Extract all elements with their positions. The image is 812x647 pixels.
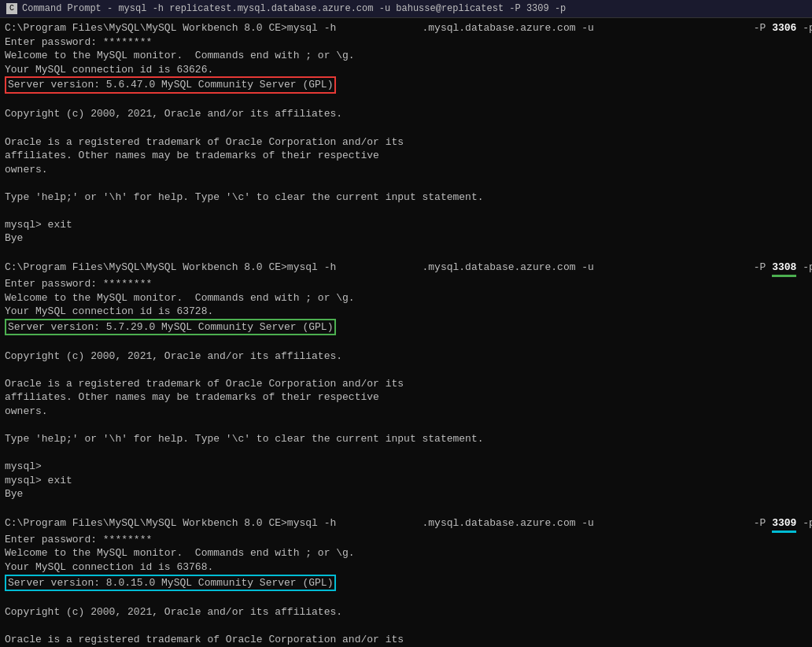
server-version-3: Server version: 8.0.15.0 MySQL Community…	[5, 575, 807, 592]
welcome-line-2: Welcome to the MySQL monitor. Commands e…	[5, 291, 807, 305]
blank-4	[5, 204, 807, 218]
exit-line-2: mysql> exit	[5, 474, 807, 488]
password-line-3: Enter password: ********	[5, 533, 807, 547]
blank-5	[5, 246, 807, 260]
help-line-2: Type 'help;' or '\h' for help. Type '\c'…	[5, 432, 807, 446]
trademark-1b: affiliates. Other names may be trademark…	[5, 149, 807, 163]
title-bar-icon: C	[6, 3, 17, 14]
command-line-1: C:\Program Files\MySQL\MySQL Workbench 8…	[5, 21, 807, 35]
title-bar-text: Command Prompt - mysql -h replicatest.my…	[22, 2, 566, 15]
bye-line-2: Bye	[5, 487, 807, 501]
terminal-body: C:\Program Files\MySQL\MySQL Workbench 8…	[0, 18, 812, 647]
blank-9	[5, 446, 807, 460]
copyright-3: Copyright (c) 2000, 2021, Oracle and/or …	[5, 605, 807, 619]
blank-1	[5, 94, 807, 108]
connection-id-1: Your MySQL connection id is 63626.	[5, 63, 807, 77]
command-line-3: C:\Program Files\MySQL\MySQL Workbench 8…	[5, 516, 807, 533]
mysql-prompt-2: mysql>	[5, 460, 807, 474]
help-line-1: Type 'help;' or '\h' for help. Type '\c'…	[5, 190, 807, 205]
trademark-2b: affiliates. Other names may be trademark…	[5, 390, 807, 405]
trademark-2a: Oracle is a registered trademark of Orac…	[5, 377, 807, 391]
blank-10	[5, 501, 807, 516]
section-1: C:\Program Files\MySQL\MySQL Workbench 8…	[5, 21, 807, 259]
section-2: C:\Program Files\MySQL\MySQL Workbench 8…	[5, 261, 807, 515]
welcome-line-3: Welcome to the MySQL monitor. Commands e…	[5, 546, 807, 560]
trademark-3a: Oracle is a registered trademark of Orac…	[5, 633, 807, 647]
title-bar: C Command Prompt - mysql -h replicatest.…	[0, 0, 812, 18]
blank-6	[5, 335, 807, 349]
trademark-1c: owners.	[5, 163, 807, 177]
trademark-2c: owners.	[5, 405, 807, 419]
password-line-2: Enter password: ********	[5, 277, 807, 291]
connection-id-3: Your MySQL connection id is 63768.	[5, 560, 807, 575]
copyright-2: Copyright (c) 2000, 2021, Oracle and/or …	[5, 349, 807, 364]
blank-3	[5, 176, 807, 190]
blank-8	[5, 419, 807, 433]
section-3: C:\Program Files\MySQL\MySQL Workbench 8…	[5, 516, 807, 647]
password-line-1: Enter password: ********	[5, 35, 807, 50]
command-line-2: C:\Program Files\MySQL\MySQL Workbench 8…	[5, 261, 807, 277]
bye-line-1: Bye	[5, 231, 807, 246]
blank-11	[5, 591, 807, 605]
exit-line-1: mysql> exit	[5, 218, 807, 232]
trademark-1a: Oracle is a registered trademark of Orac…	[5, 135, 807, 150]
welcome-line-1: Welcome to the MySQL monitor. Commands e…	[5, 49, 807, 63]
connection-id-2: Your MySQL connection id is 63728.	[5, 305, 807, 319]
blank-2	[5, 121, 807, 135]
blank-7	[5, 363, 807, 377]
server-version-2: Server version: 5.7.29.0 MySQL Community…	[5, 319, 807, 336]
blank-12	[5, 619, 807, 633]
copyright-1: Copyright (c) 2000, 2021, Oracle and/or …	[5, 107, 807, 121]
server-version-1: Server version: 5.6.47.0 MySQL Community…	[5, 76, 807, 94]
